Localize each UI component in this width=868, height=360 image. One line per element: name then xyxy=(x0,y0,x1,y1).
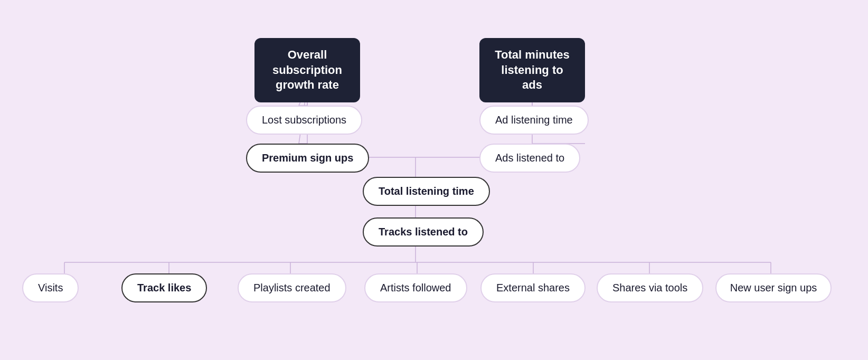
visits-label: Visits xyxy=(38,282,63,294)
ad-listening-time-node[interactable]: Ad listening time xyxy=(479,106,589,135)
overall-subscription-label: Overall subscription growth rate xyxy=(267,48,347,93)
playlists-created-label: Playlists created xyxy=(253,282,331,294)
ads-listened-to-label: Ads listened to xyxy=(495,152,564,164)
artists-followed-label: Artists followed xyxy=(380,282,451,294)
ads-listened-to-node[interactable]: Ads listened to xyxy=(479,144,580,173)
external-shares-node[interactable]: External shares xyxy=(480,273,586,302)
shares-via-tools-label: Shares via tools xyxy=(612,282,687,294)
total-minutes-node[interactable]: Total minutes listening to ads xyxy=(479,38,585,102)
premium-sign-ups-node[interactable]: Premium sign ups xyxy=(246,144,369,173)
shares-via-tools-node[interactable]: Shares via tools xyxy=(597,273,703,302)
new-user-sign-ups-node[interactable]: New user sign ups xyxy=(715,273,832,302)
ad-listening-time-label: Ad listening time xyxy=(495,114,573,126)
track-likes-node[interactable]: Track likes xyxy=(121,273,207,302)
visits-node[interactable]: Visits xyxy=(22,273,79,302)
playlists-created-node[interactable]: Playlists created xyxy=(238,273,346,302)
tracks-listened-to-node[interactable]: Tracks listened to xyxy=(363,217,484,247)
new-user-sign-ups-label: New user sign ups xyxy=(730,282,817,294)
lost-subscriptions-label: Lost subscriptions xyxy=(262,114,346,126)
external-shares-label: External shares xyxy=(496,282,570,294)
overall-subscription-node[interactable]: Overall subscription growth rate xyxy=(254,38,360,102)
premium-sign-ups-label: Premium sign ups xyxy=(262,152,353,164)
total-listening-time-node[interactable]: Total listening time xyxy=(363,177,490,206)
artists-followed-node[interactable]: Artists followed xyxy=(364,273,467,302)
total-listening-time-label: Total listening time xyxy=(379,185,474,197)
tracks-listened-to-label: Tracks listened to xyxy=(379,226,468,238)
total-minutes-label: Total minutes listening to ads xyxy=(492,48,572,93)
lost-subscriptions-node[interactable]: Lost subscriptions xyxy=(246,106,362,135)
track-likes-label: Track likes xyxy=(137,282,191,294)
